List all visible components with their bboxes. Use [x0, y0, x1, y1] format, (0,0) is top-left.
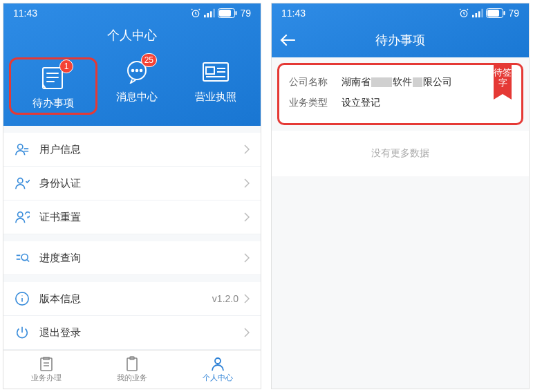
svg-point-15: [18, 144, 23, 149]
messages-label: 消息中心: [116, 91, 158, 104]
identity-row[interactable]: 身份认证: [3, 167, 261, 200]
status-bar: 11:43 79: [272, 3, 529, 23]
tab-my-business[interactable]: 我的业务: [89, 351, 175, 389]
svg-rect-7: [219, 10, 231, 17]
tab-business[interactable]: 业务办理: [3, 351, 89, 389]
svg-point-12: [140, 70, 142, 72]
svg-point-18: [21, 254, 28, 261]
todo-icon: 1: [36, 64, 71, 93]
gap: [3, 275, 261, 282]
hero-tiles: 1 待办事项 25 消息中心 营业执照: [3, 53, 261, 116]
biztype-val: 设立登记: [342, 97, 380, 109]
company-prefix: 湖南省: [342, 76, 371, 87]
screen-personal-center: 11:43 79 个人中心 1 待办事项 25: [3, 3, 261, 389]
messages-tile[interactable]: 25 消息中心: [97, 57, 176, 115]
screen-todo-detail: 11:43 79 待办事项 待签字 公司名称 湖南省软件限公司 业务类型: [271, 3, 530, 389]
company-name-row: 公司名称 湖南省软件限公司: [289, 72, 512, 93]
svg-rect-27: [478, 11, 480, 17]
gap: [3, 234, 261, 241]
svg-rect-14: [206, 67, 214, 74]
svg-point-11: [136, 70, 138, 72]
user-icon: [15, 142, 30, 157]
chevron-right-icon: [244, 178, 250, 188]
battery-text: 79: [240, 8, 251, 19]
progress-row[interactable]: 进度查询: [3, 241, 261, 275]
company-key: 公司名称: [289, 76, 342, 88]
biz-type-row: 业务类型 设立登记: [289, 93, 512, 113]
biztype-key: 业务类型: [289, 97, 342, 109]
todo-item-card[interactable]: 待签字 公司名称 湖南省软件限公司 业务类型 设立登记: [277, 63, 523, 125]
clipboard-icon: [124, 356, 140, 371]
row-label: 进度查询: [39, 252, 244, 265]
status-ribbon: 待签字: [494, 65, 512, 94]
status-bar: 11:43 79: [3, 3, 261, 23]
svg-point-17: [18, 212, 23, 217]
redacted: [371, 77, 392, 87]
battery-icon: [218, 8, 237, 18]
chevron-right-icon: [244, 294, 250, 304]
version-value: v1.2.0: [212, 293, 239, 304]
svg-rect-6: [236, 11, 237, 15]
hero-header: 11:43 79 个人中心 1 待办事项 25: [3, 3, 261, 126]
tab-personal-center[interactable]: 个人中心: [175, 351, 261, 389]
cert-reset-icon: [15, 209, 30, 225]
svg-point-10: [132, 70, 134, 72]
license-tile[interactable]: 营业执照: [176, 57, 255, 115]
svg-rect-3: [210, 11, 212, 17]
gap: [3, 126, 261, 133]
todo-badge: 1: [59, 59, 73, 73]
tab-label: 个人中心: [203, 373, 233, 383]
svg-rect-1: [204, 15, 206, 18]
battery-text: 79: [508, 8, 519, 19]
version-row[interactable]: 版本信息 v1.2.0: [3, 282, 261, 316]
license-label: 营业执照: [195, 91, 236, 104]
person-icon: [209, 356, 226, 371]
detail-header: 11:43 79 待办事项: [272, 3, 529, 57]
page-title: 个人中心: [3, 23, 261, 53]
row-label: 身份认证: [39, 177, 244, 190]
empty-state: 没有更多数据: [272, 131, 529, 176]
svg-rect-26: [476, 13, 478, 17]
search-icon: [15, 250, 30, 265]
messages-badge: 25: [141, 53, 157, 67]
row-label: 退出登录: [39, 326, 244, 339]
chevron-right-icon: [244, 144, 250, 154]
info-icon: [15, 291, 30, 306]
tab-label: 我的业务: [117, 373, 147, 383]
card-area: 待签字 公司名称 湖南省软件限公司 业务类型 设立登记: [272, 57, 529, 131]
row-label: 版本信息: [39, 292, 212, 306]
svg-rect-30: [504, 11, 505, 15]
back-icon[interactable]: [280, 34, 295, 46]
user-info-row[interactable]: 用户信息: [3, 133, 261, 167]
svg-rect-28: [482, 9, 484, 17]
svg-rect-25: [472, 15, 474, 18]
cert-reset-row[interactable]: 证书重置: [3, 200, 261, 234]
license-icon: [198, 57, 233, 86]
alarm-icon: [458, 8, 469, 19]
svg-point-16: [18, 178, 23, 183]
logout-row[interactable]: 退出登录: [3, 316, 261, 350]
signal-icon: [204, 8, 215, 18]
settings-list: 用户信息 身份认证 证书重置 进度查询 版本信息 v1.2.0 退出: [3, 126, 261, 350]
detail-title: 待办事项: [375, 32, 425, 48]
todo-tile[interactable]: 1 待办事项: [9, 57, 97, 115]
company-suffix: 限公司: [423, 76, 452, 87]
status-time: 11:43: [281, 8, 306, 19]
power-icon: [15, 325, 30, 340]
row-label: 用户信息: [39, 143, 244, 156]
tab-label: 业务办理: [31, 373, 62, 383]
top-bar: 待办事项: [272, 23, 529, 57]
status-icons: 79: [458, 8, 519, 19]
alarm-icon: [190, 8, 201, 19]
svg-rect-4: [214, 9, 216, 17]
todo-label: 待办事项: [32, 97, 74, 110]
status-icons: 79: [190, 8, 251, 19]
identity-icon: [15, 176, 30, 191]
svg-rect-2: [207, 13, 209, 17]
row-label: 证书重置: [39, 211, 244, 224]
company-mid: 软件: [393, 76, 412, 87]
messages-icon: 25: [120, 57, 154, 86]
chevron-right-icon: [244, 328, 250, 337]
svg-point-23: [215, 358, 221, 364]
spacer: [272, 176, 529, 389]
